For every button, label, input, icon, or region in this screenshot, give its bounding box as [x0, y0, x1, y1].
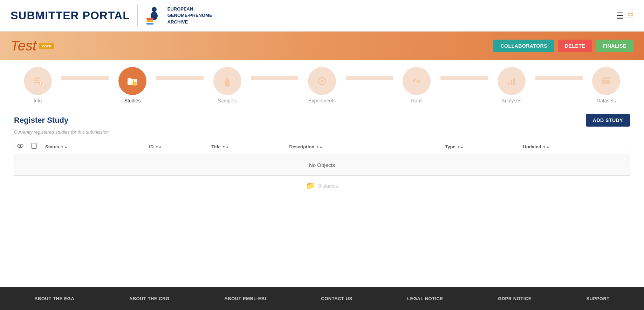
status-filter-icon[interactable]: ▼▲ — [61, 145, 68, 149]
svg-rect-19 — [602, 78, 610, 79]
svg-point-14 — [413, 80, 415, 82]
footer-about-ega[interactable]: ABOUT THE EGA — [34, 296, 74, 301]
th-updated: Updated ▼▲ — [523, 144, 627, 149]
step-analyses-circle[interactable] — [498, 67, 526, 95]
status-badge: open — [39, 43, 54, 49]
step-samples-circle[interactable] — [213, 67, 241, 95]
th-type: Type ▼▲ — [445, 144, 523, 149]
eye-icon — [17, 143, 23, 149]
steps-row: Info 👆 Studies — [14, 67, 630, 103]
footer: ABOUT THE EGA ABOUT THE CRG ABOUT EMBL-E… — [0, 287, 644, 310]
connector-5 — [440, 76, 488, 80]
step-datasets-label: Datasets — [597, 98, 616, 103]
svg-point-10 — [40, 82, 41, 83]
footer-gdpr-notice[interactable]: GDPR NOTICE — [498, 296, 532, 301]
logo-area: EUROPEAN GENOME-PHENOME ARCHIVE — [145, 6, 212, 25]
footer-about-embl-ebi[interactable]: ABOUT EMBL-EBI — [224, 296, 266, 301]
connector-3 — [251, 76, 298, 80]
submission-banner: Test open COLLABORATORS DELETE FINALISE — [0, 32, 644, 60]
register-study-subtitle: Currently registered studies for this su… — [14, 129, 630, 135]
chat-icon[interactable]: ☷ — [627, 12, 633, 20]
delete-button[interactable]: DELETE — [558, 40, 592, 52]
svg-rect-16 — [508, 82, 509, 85]
header-actions: ☰ ☷ — [616, 11, 633, 21]
header: SUBMITTER PORTAL EUROPEAN GENOME-PHENOME… — [0, 0, 644, 32]
collaborators-button[interactable]: COLLABORATORS — [493, 40, 554, 52]
submission-name: Test — [11, 38, 36, 54]
step-experiments-circle[interactable] — [308, 67, 336, 95]
svg-point-23 — [20, 145, 21, 147]
step-studies-circle[interactable]: 👆 — [118, 67, 146, 95]
th-description: Description ▼▲ — [289, 144, 445, 149]
hamburger-icon[interactable]: ☰ — [616, 11, 624, 21]
samples-step-icon — [221, 75, 234, 87]
svg-rect-6 — [34, 80, 39, 81]
th-title: Title ▼▲ — [211, 144, 289, 149]
svg-rect-4 — [146, 23, 153, 25]
step-samples[interactable]: Samples — [204, 67, 251, 103]
step-samples-label: Samples — [218, 98, 237, 103]
step-info-circle[interactable] — [24, 67, 52, 95]
step-datasets-circle[interactable] — [592, 67, 620, 95]
info-step-icon — [32, 75, 44, 87]
svg-point-15 — [418, 80, 420, 82]
step-info[interactable]: Info — [14, 67, 61, 103]
svg-rect-18 — [513, 78, 515, 85]
svg-rect-20 — [602, 80, 610, 82]
th-id: ID ▼▲ — [149, 144, 211, 149]
runs-step-icon — [410, 75, 423, 87]
empty-count-text: 0 studies — [318, 183, 338, 189]
step-runs-label: Runs — [411, 98, 423, 103]
svg-point-0 — [152, 7, 157, 12]
th-id-label: ID — [149, 144, 153, 149]
svg-rect-21 — [602, 82, 610, 84]
step-studies-label: Studies — [124, 98, 141, 103]
experiments-step-icon — [316, 75, 328, 87]
connector-6 — [535, 76, 583, 80]
svg-text:👆: 👆 — [131, 79, 138, 86]
banner-buttons: COLLABORATORS DELETE FINALISE — [493, 40, 633, 52]
step-runs-circle[interactable] — [403, 67, 431, 95]
step-analyses-label: Analyses — [502, 98, 522, 103]
step-info-label: Info — [34, 98, 42, 103]
finalise-button[interactable]: FINALISE — [596, 40, 633, 52]
select-all-checkbox[interactable] — [31, 143, 37, 149]
header-divider — [137, 5, 138, 26]
analyses-step-icon — [505, 75, 518, 87]
th-eye — [17, 143, 31, 150]
portal-title: SUBMITTER PORTAL — [11, 9, 130, 22]
step-analyses[interactable]: Analyses — [488, 67, 535, 103]
desc-filter-icon[interactable]: ▼▲ — [316, 145, 323, 149]
step-datasets[interactable]: Datasets — [583, 67, 630, 103]
step-experiments[interactable]: Experiments — [298, 67, 345, 103]
svg-rect-17 — [511, 80, 512, 85]
svg-rect-7 — [34, 82, 40, 83]
svg-point-13 — [321, 80, 323, 82]
step-experiments-label: Experiments — [308, 98, 336, 103]
step-studies[interactable]: 👆 Studies — [109, 67, 156, 103]
th-desc-label: Description — [289, 144, 315, 149]
step-runs[interactable]: Runs — [393, 67, 440, 103]
footer-about-crg[interactable]: ABOUT THE CRG — [129, 296, 170, 301]
updated-filter-icon[interactable]: ▼▲ — [543, 145, 550, 149]
ega-logo-icon — [145, 6, 164, 25]
footer-contact-us[interactable]: CONTACT US — [321, 296, 352, 301]
add-study-button[interactable]: ADD STUDY — [586, 114, 630, 127]
connector-2 — [156, 76, 204, 80]
connector-1 — [61, 76, 109, 80]
studies-table: Status ▼▲ ID ▼▲ Title ▼▲ Description ▼▲ … — [14, 139, 630, 176]
type-filter-icon[interactable]: ▼▲ — [457, 145, 464, 149]
footer-support[interactable]: SUPPORT — [586, 296, 609, 301]
workflow-steps: Info 👆 Studies — [0, 60, 644, 107]
title-filter-icon[interactable]: ▼▲ — [222, 145, 229, 149]
id-filter-icon[interactable]: ▼▲ — [155, 145, 162, 149]
th-checkbox[interactable] — [31, 143, 45, 150]
studies-step-icon: 👆 — [125, 74, 139, 88]
svg-rect-3 — [146, 20, 153, 22]
th-status: Status ▼▲ — [45, 144, 149, 149]
svg-rect-5 — [34, 78, 41, 79]
footer-legal-notice[interactable]: LEGAL NOTICE — [407, 296, 443, 301]
th-status-label: Status — [45, 144, 59, 149]
main-content: Register Study ADD STUDY Currently regis… — [0, 107, 644, 287]
register-study-header: Register Study ADD STUDY — [14, 114, 630, 127]
